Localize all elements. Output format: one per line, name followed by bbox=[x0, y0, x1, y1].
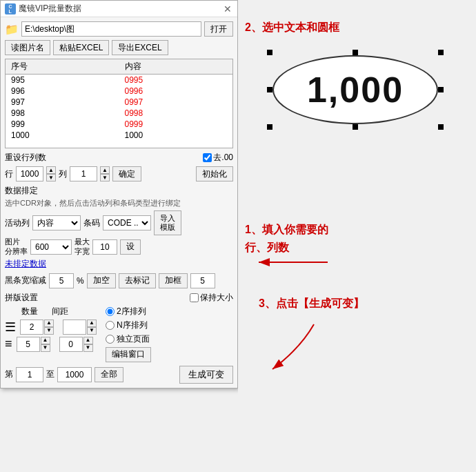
barcode-select[interactable]: CODE ... bbox=[103, 215, 151, 230]
path-input[interactable] bbox=[21, 21, 201, 37]
to-label: 至 bbox=[46, 368, 54, 380]
qty1-spin-up[interactable]: ▲ bbox=[44, 319, 54, 327]
row-label: 行 bbox=[5, 168, 13, 180]
data-binding-section: 数据排定 选中CDR对象，然后点击活动列和条码类型进行绑定 活动列 内容 条码 … bbox=[5, 185, 233, 270]
qty1-spin-down[interactable]: ▼ bbox=[44, 327, 54, 335]
table-row[interactable]: 9980998 bbox=[6, 108, 232, 119]
remove00-checkbox[interactable] bbox=[203, 153, 212, 162]
annotation-3: 3、点击【生成可变】 bbox=[259, 297, 364, 311]
rowcol-inputs-row: 行 ▲ ▼ 列 ▲ ▼ 确定 初始化 bbox=[5, 166, 233, 181]
active-col-select[interactable]: 内容 bbox=[32, 215, 81, 230]
handle-tl bbox=[267, 50, 272, 55]
gap2-spin-down[interactable]: ▼ bbox=[83, 344, 93, 352]
rowcol-row: 重设行列数 去.00 bbox=[5, 152, 233, 164]
close-button[interactable]: ✕ bbox=[222, 3, 233, 14]
col-spin-up[interactable]: ▲ bbox=[100, 166, 110, 174]
image-dpi-label: 图片分辨率 bbox=[5, 237, 28, 255]
col-spin-down[interactable]: ▼ bbox=[100, 174, 110, 181]
binding-row1: 活动列 内容 条码 CODE ... 导入模版 bbox=[5, 210, 233, 235]
titlebar-left: CL 魔镜VIP批量数据 bbox=[5, 3, 81, 14]
from-input[interactable] bbox=[16, 367, 43, 382]
read-images-button[interactable]: 读图片名 bbox=[5, 40, 50, 55]
col-input[interactable] bbox=[70, 166, 97, 181]
window-title: 魔镜VIP批量数据 bbox=[19, 3, 81, 14]
radio-single-label[interactable]: 独立页面 bbox=[106, 333, 151, 345]
handle-tm bbox=[353, 50, 358, 55]
rowcol-section: 重设行列数 去.00 行 ▲ ▼ 列 ▲ ▼ bbox=[5, 152, 233, 181]
gap1-input[interactable] bbox=[63, 319, 86, 335]
radio-ncols-label[interactable]: N序排列 bbox=[106, 319, 151, 331]
black-bar-input[interactable] bbox=[49, 273, 74, 288]
col-content: 内容 bbox=[119, 59, 233, 75]
row-spin-down[interactable]: ▼ bbox=[46, 174, 56, 181]
app-icon: CL bbox=[5, 3, 16, 14]
qty1-input[interactable] bbox=[20, 319, 43, 335]
row-input[interactable] bbox=[16, 166, 43, 181]
qty2-spin-up[interactable]: ▲ bbox=[41, 337, 50, 344]
gap2-spin-up[interactable]: ▲ bbox=[83, 337, 93, 344]
row-spin-up[interactable]: ▲ bbox=[46, 166, 56, 174]
radio-2cols-label[interactable]: 2序排列 bbox=[106, 306, 151, 317]
handle-mr bbox=[438, 87, 444, 92]
qty2-spin-down[interactable]: ▼ bbox=[41, 344, 50, 352]
keep-size-checkbox[interactable] bbox=[190, 293, 199, 302]
open-button[interactable]: 打开 bbox=[204, 21, 233, 37]
data-table-wrap[interactable]: 序号 内容 9950995996099699709979980998999099… bbox=[5, 59, 233, 148]
oval-inner: 1,000 bbox=[259, 41, 452, 138]
gap2-input[interactable] bbox=[59, 337, 83, 352]
reset-rowcol-label: 重设行列数 bbox=[5, 152, 46, 164]
qty2-input[interactable] bbox=[17, 337, 40, 352]
add-frame-button[interactable]: 加框 bbox=[159, 273, 188, 288]
oval-text: 1,000 bbox=[307, 69, 404, 110]
gap1-spin-up[interactable]: ▲ bbox=[87, 319, 97, 327]
remove-mark-button[interactable]: 去标记 bbox=[119, 273, 156, 288]
oval-shape: 1,000 bbox=[272, 55, 438, 124]
confirm-button[interactable]: 确定 bbox=[112, 166, 141, 181]
table-cell-content: 0995 bbox=[119, 75, 233, 86]
action-row: 读图片名 粘贴EXCEL 导出EXCEL bbox=[5, 40, 233, 55]
table-cell-seq: 998 bbox=[6, 108, 119, 119]
remove00-checkbox-label[interactable]: 去.00 bbox=[203, 152, 233, 164]
radio-2cols[interactable] bbox=[106, 307, 115, 316]
window-body: 📁 打开 读图片名 粘贴EXCEL 导出EXCEL 序号 内容 99509959… bbox=[1, 17, 237, 388]
table-row[interactable]: 9960996 bbox=[6, 86, 232, 97]
table-row[interactable]: 9950995 bbox=[6, 75, 232, 86]
table-row[interactable]: 9970997 bbox=[6, 97, 232, 108]
handle-tr bbox=[438, 50, 444, 55]
image-dpi-select[interactable]: 600 bbox=[30, 239, 72, 255]
to-input[interactable] bbox=[57, 367, 92, 382]
generate-button[interactable]: 生成可变 bbox=[179, 366, 233, 384]
set-button[interactable]: 设 bbox=[120, 239, 141, 255]
max-width-input[interactable] bbox=[92, 239, 117, 255]
bottom-row: 第 至 全部 生成可变 bbox=[5, 366, 233, 384]
table-cell-content: 0998 bbox=[119, 108, 233, 119]
export-excel-button[interactable]: 导出EXCEL bbox=[112, 40, 168, 55]
frame-value-input[interactable] bbox=[190, 273, 215, 288]
table-cell-content: 1000 bbox=[119, 130, 233, 141]
col-seq: 序号 bbox=[6, 59, 119, 75]
layout-section: 拼版设置 保持大小 数量 间距 ☰ bbox=[5, 292, 233, 362]
active-col-label: 活动列 bbox=[5, 217, 30, 229]
edit-window-button[interactable]: 编辑窗口 bbox=[106, 347, 151, 362]
paste-excel-button[interactable]: 粘贴EXCEL bbox=[53, 40, 109, 55]
handle-bl bbox=[267, 124, 272, 130]
arrow-3 bbox=[259, 321, 362, 376]
table-row[interactable]: 10001000 bbox=[6, 130, 232, 141]
add-space-button[interactable]: 加空 bbox=[87, 273, 116, 288]
init-button[interactable]: 初始化 bbox=[196, 166, 233, 181]
layout-left: 数量 间距 ☰ ▲ ▼ bbox=[5, 306, 100, 352]
folder-icon[interactable]: 📁 bbox=[5, 23, 19, 36]
binding-desc: 选中CDR对象，然后点击活动列和条码类型进行绑定 bbox=[5, 198, 233, 208]
qty-label: 数量 bbox=[21, 306, 49, 317]
from-label: 第 bbox=[5, 368, 13, 380]
keep-size-label[interactable]: 保持大小 bbox=[190, 292, 233, 304]
radio-single[interactable] bbox=[106, 335, 115, 344]
main-window: CL 魔镜VIP批量数据 ✕ 📁 打开 读图片名 粘贴EXCEL 导出EXCEL… bbox=[0, 0, 238, 389]
all-button[interactable]: 全部 bbox=[95, 367, 123, 382]
gap1-spin-down[interactable]: ▼ bbox=[87, 327, 97, 335]
radio-ncols[interactable] bbox=[106, 321, 115, 330]
table-row[interactable]: 9990999 bbox=[6, 119, 232, 130]
import-template-button[interactable]: 导入模版 bbox=[154, 210, 181, 235]
right-panel: 2、选中文本和圆框 1,000 1、填入你需要的 行、列数 bbox=[238, 0, 476, 472]
arrow-1 bbox=[252, 248, 335, 276]
